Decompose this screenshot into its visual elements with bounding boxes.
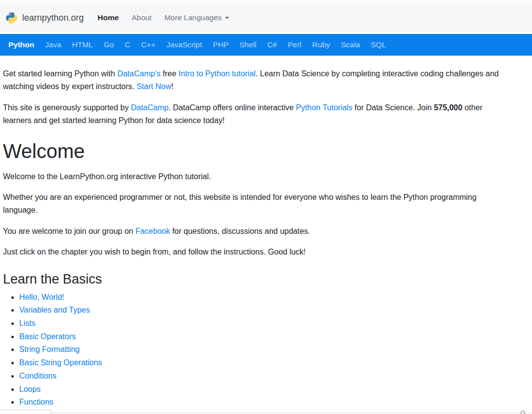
inline-link[interactable]: DataCamp [131,103,168,112]
list-item: Conditions [19,370,510,383]
inline-link[interactable]: Intro to Python tutorial [178,69,256,78]
chapter-link[interactable]: Variables and Types [19,306,90,314]
welcome-paragraph: Welcome to the LearnPython.org interacti… [3,170,510,183]
chapter-link[interactable]: Conditions [19,372,57,380]
list-item: Variables and Types [19,304,510,317]
lang-c[interactable]: C [119,40,135,49]
top-strip [0,0,532,3]
site-header: learnpython.org HomeAboutMore Languages [0,3,532,32]
basics-list: Hello, World!Variables and TypesListsBas… [3,291,510,409]
lang-perl[interactable]: Perl [282,40,307,49]
brand-text: learnpython.org [22,13,84,23]
lang-ruby[interactable]: Ruby [307,40,335,49]
lang-scala[interactable]: Scala [335,40,366,49]
page-title: Welcome [3,140,510,162]
inline-link[interactable]: Python Tutorials [296,103,353,112]
chapter-link[interactable]: String Formatting [19,345,80,353]
lang-go[interactable]: Go [98,40,119,49]
list-item: Hello, World! [19,291,510,304]
lang-javascript[interactable]: JavaScript [161,40,207,49]
topnav-more-languages[interactable]: More Languages [165,13,229,22]
topnav-home[interactable]: Home [98,13,119,22]
list-item: Lists [19,317,510,330]
lang-shell[interactable]: Shell [234,40,262,49]
chapter-link[interactable]: Basic String Operations [19,358,102,367]
list-item: Loops [19,383,510,396]
intro-paragraph-1: Get started learning Python with DataCam… [3,67,510,94]
basics-heading: Learn the Basics [3,272,510,287]
corner-glyph: G [520,409,526,414]
chapter-link[interactable]: Functions [19,398,53,406]
lang-php[interactable]: PHP [207,40,234,49]
lang-sql[interactable]: SQL [366,40,392,49]
facebook-paragraph: You are welcome to join our group on Fac… [3,225,510,238]
list-item: Basic String Operations [19,356,510,370]
lang-csharp[interactable]: C# [262,40,282,49]
top-nav: HomeAboutMore Languages [98,13,242,22]
chapter-link[interactable]: Hello, World! [19,293,64,301]
topnav-about[interactable]: About [132,13,152,22]
chapter-link[interactable]: Lists [19,319,35,327]
dropdown-caret-icon [225,17,229,19]
browser-status-tooltip [0,410,51,414]
chapter-link[interactable]: Loops [19,385,41,393]
main-content: Get started learning Python with DataCam… [0,56,532,409]
intro-paragraph-2: This site is generously supported by Dat… [3,101,510,127]
language-nav: PythonJavaHTMLGoCC++JavaScriptPHPShellC#… [0,34,532,56]
python-logo-icon [5,11,18,25]
inline-link[interactable]: DataCamp’s [117,69,161,78]
bold-text: 575,000 [434,103,463,112]
lang-python[interactable]: Python [3,40,40,49]
list-item: Functions [19,396,510,409]
lang-html[interactable]: HTML [66,40,98,49]
list-item: Basic Operators [19,330,510,344]
list-item: String Formatting [19,343,510,356]
brand[interactable]: learnpython.org [5,11,84,25]
lang-cplusplus[interactable]: C++ [135,40,161,49]
lang-java[interactable]: Java [40,40,67,49]
chapter-link[interactable]: Basic Operators [19,332,76,341]
instructions-paragraph: Just click on the chapter you wish to be… [3,246,510,258]
inline-link[interactable]: Start Now [136,82,171,91]
audience-paragraph: Whether you are an experienced programme… [3,191,510,217]
inline-link[interactable]: Facebook [135,227,170,235]
